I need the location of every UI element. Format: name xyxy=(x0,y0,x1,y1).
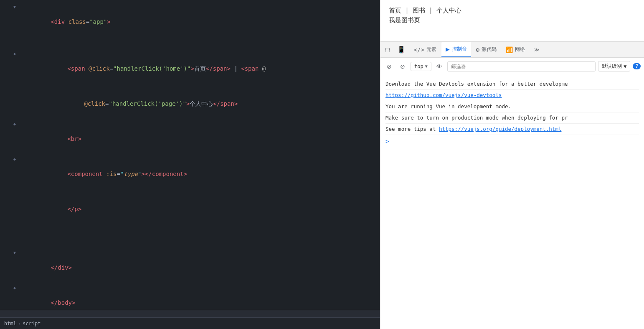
fold-icon: ◆ xyxy=(12,121,18,127)
eye-button[interactable]: 👁 xyxy=(434,61,445,72)
console-text-3: Make sure to turn on production mode whe… xyxy=(385,115,568,121)
code-content: <component :is="type"></component> xyxy=(21,156,380,191)
fold-icon: ◆ xyxy=(12,285,18,291)
devtools-toolbar: ⊘ ⊘ top ▼ 👁 默认级别 ▼ 7 xyxy=(380,58,644,75)
console-line-devmode: You are running Vue in development mode. xyxy=(385,101,639,112)
block-button[interactable]: ⊘ xyxy=(397,61,408,72)
elements-icon: </> xyxy=(414,46,424,53)
context-selector-label: top xyxy=(414,64,423,69)
deployment-link[interactable]: https://vuejs.org/guide/deployment.html xyxy=(439,126,562,132)
console-line-link1: https://github.com/vuejs/vue-devtools xyxy=(385,90,639,101)
network-icon: 📶 xyxy=(506,46,513,53)
level-selector[interactable]: 默认级别 ▼ xyxy=(598,61,630,71)
nav-text: 首页 | 图书 | 个人中心 xyxy=(389,7,461,14)
code-content: </p> xyxy=(21,191,380,227)
expand-arrow-icon[interactable]: > xyxy=(385,138,389,145)
message-count-badge: 7 xyxy=(633,63,641,69)
console-text-1: Download the Vue Devtools extension for … xyxy=(385,81,568,87)
code-line xyxy=(0,238,380,250)
code-area: ▼ <div class="app"> ◆ <span @click="hand… xyxy=(0,0,380,310)
filter-input[interactable] xyxy=(447,61,596,71)
code-content: <div class="app"> xyxy=(21,4,380,39)
fold-icon: ◆ xyxy=(12,51,18,57)
breadcrumb-item-script[interactable]: script xyxy=(23,321,41,326)
tab-sources-label: 源代码 xyxy=(482,46,497,53)
line-gutter: ◆ xyxy=(0,156,21,162)
clear-console-button[interactable]: ⊘ xyxy=(384,61,395,72)
line-gutter: ▼ xyxy=(0,250,21,256)
console-output: Download the Vue Devtools extension for … xyxy=(380,75,644,329)
eye-icon: 👁 xyxy=(436,63,442,70)
code-line: @click="handlerClick('page')">个人中心</span… xyxy=(0,86,380,121)
code-line: ◆ <span @click="handlerClick('home')">首页… xyxy=(0,51,380,86)
context-dropdown-arrow: ▼ xyxy=(425,64,428,69)
browser-panel: 首页 | 图书 | 个人中心 我是图书页 ⬚ 📱 </> 元素 ▶ 控制台 xyxy=(380,0,644,329)
block-icon: ⊘ xyxy=(400,63,405,70)
level-dropdown-arrow: ▼ xyxy=(624,64,626,69)
editor-panel: ▼ <div class="app"> ◆ <span @click="hand… xyxy=(0,0,380,329)
fold-icon[interactable]: ▼ xyxy=(12,250,18,256)
tab-console[interactable]: ▶ 控制台 xyxy=(441,42,471,57)
clear-icon: ⊘ xyxy=(387,63,392,70)
tab-network-label: 网络 xyxy=(515,46,525,53)
code-content: <br> xyxy=(21,121,380,156)
code-line: </p> xyxy=(0,191,380,227)
tab-elements[interactable]: </> 元素 xyxy=(410,42,441,57)
breadcrumb: html › script xyxy=(0,317,380,329)
code-line: ▼ </div> xyxy=(0,250,380,285)
level-label: 默认级别 xyxy=(602,63,622,70)
breadcrumb-separator: › xyxy=(18,321,21,326)
console-text-2: You are running Vue in development mode. xyxy=(385,103,511,110)
vue-devtools-link[interactable]: https://github.com/vuejs/vue-devtools xyxy=(385,92,502,98)
console-icon: ▶ xyxy=(446,45,450,53)
line-gutter: ◆ xyxy=(0,51,21,57)
tab-network[interactable]: 📶 网络 xyxy=(502,42,529,57)
fold-icon[interactable]: ▼ xyxy=(12,4,18,10)
code-content: <span @click="handlerClick('home')">首页</… xyxy=(21,51,380,86)
tab-inspect-icon[interactable]: ⬚ xyxy=(382,42,393,57)
tab-mobile-icon[interactable]: 📱 xyxy=(394,42,409,57)
code-line: ▼ <div class="app"> xyxy=(0,4,380,39)
inspect-icon: ⬚ xyxy=(385,46,390,54)
devtools-panel: ⬚ 📱 </> 元素 ▶ 控制台 ⚙ 源代码 📶 网络 ≫ xyxy=(380,42,644,329)
page-content-text: 我是图书页 xyxy=(389,16,420,24)
code-content xyxy=(21,238,380,250)
sources-icon: ⚙ xyxy=(476,46,479,53)
context-selector[interactable]: top ▼ xyxy=(411,62,431,71)
code-content xyxy=(21,227,380,238)
preview-nav: 首页 | 图书 | 个人中心 xyxy=(389,7,636,15)
console-line-devtools: Download the Vue Devtools extension for … xyxy=(385,79,639,90)
preview-content: 我是图书页 xyxy=(389,16,636,24)
code-line: ◆ </body> xyxy=(0,285,380,310)
line-gutter: ◆ xyxy=(0,121,21,127)
console-line-prodmode: Make sure to turn on production mode whe… xyxy=(385,112,639,124)
console-expandable[interactable]: > xyxy=(385,137,639,146)
code-line xyxy=(0,227,380,238)
code-content xyxy=(21,39,380,51)
code-line: ◆ <br> xyxy=(0,121,380,156)
line-gutter: ◆ xyxy=(0,285,21,291)
preview-area: 首页 | 图书 | 个人中心 我是图书页 xyxy=(380,0,644,42)
code-content: </body> xyxy=(21,285,380,310)
mobile-icon: 📱 xyxy=(397,46,406,54)
tab-elements-label: 元素 xyxy=(426,46,436,53)
tab-more[interactable]: ≫ xyxy=(530,42,544,57)
more-icon: ≫ xyxy=(534,47,540,53)
breadcrumb-item-html[interactable]: html xyxy=(4,321,16,326)
fold-icon: ◆ xyxy=(12,156,18,162)
console-see-more: See more tips at xyxy=(385,126,439,132)
code-content: @click="handlerClick('page')">个人中心</span… xyxy=(21,86,380,121)
code-line: ◆ <component :is="type"></component> xyxy=(0,156,380,191)
tab-sources[interactable]: ⚙ 源代码 xyxy=(472,42,501,57)
line-gutter: ▼ xyxy=(0,4,21,10)
tab-console-label: 控制台 xyxy=(452,46,467,53)
code-content: </div> xyxy=(21,250,380,285)
console-line-tips: See more tips at https://vuejs.org/guide… xyxy=(385,124,639,135)
devtools-tabs: ⬚ 📱 </> 元素 ▶ 控制台 ⚙ 源代码 📶 网络 ≫ xyxy=(380,42,644,58)
code-line xyxy=(0,39,380,51)
